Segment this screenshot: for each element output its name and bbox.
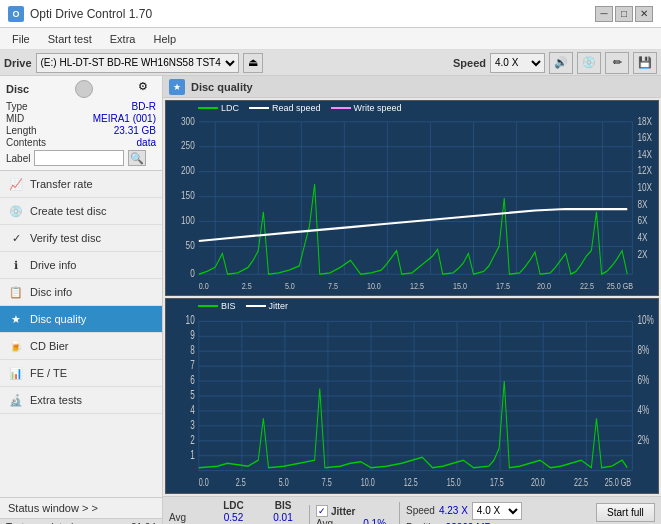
svg-text:2: 2 [190,433,195,446]
bis-legend-jitter: Jitter [246,301,289,311]
sidebar-item-disc-info[interactable]: 📋 Disc info [0,279,162,306]
type-value: BD-R [132,101,156,112]
svg-text:4: 4 [190,403,195,416]
app-title: Opti Drive Control 1.70 [30,7,152,21]
svg-text:10: 10 [186,314,195,327]
maximize-button[interactable]: □ [615,6,633,22]
disc-type-row: Type BD-R [6,101,156,112]
speed-row: Speed 4.23 X 4.0 X [406,502,522,520]
drive-select[interactable]: (E:) HL-DT-ST BD-RE WH16NS58 TST4 [36,53,239,73]
title-bar-left: O Opti Drive Control 1.70 [8,6,152,22]
write-btn[interactable]: ✏ [605,52,629,74]
ldc-legend-ldc: LDC [198,103,239,113]
dq-title: Disc quality [191,81,253,93]
disc-btn[interactable]: 💿 [577,52,601,74]
svg-text:16X: 16X [638,131,653,144]
jitter-checkbox[interactable]: ✓ [316,505,328,517]
sidebar-item-create-test-disc[interactable]: 💿 Create test disc [0,198,162,225]
drive-toolbar: Drive (E:) HL-DT-ST BD-RE WH16NS58 TST4 … [0,50,661,76]
svg-text:12.5: 12.5 [410,280,424,291]
svg-text:12.5: 12.5 [404,476,418,488]
sidebar-item-disc-quality[interactable]: ★ Disc quality [0,306,162,333]
menu-file[interactable]: File [4,31,38,47]
avg-ldc: 0.52 [206,512,261,523]
stats-avg-row: Avg 0.52 0.01 [169,512,303,523]
label-search-btn[interactable]: 🔍 [128,150,146,166]
menu-help[interactable]: Help [145,31,184,47]
sidebar: Disc ⚙ Type BD-R MID MEIRA1 (001) Length… [0,76,163,524]
fe-te-label: FE / TE [30,367,67,379]
svg-text:7: 7 [190,359,195,372]
svg-text:22.5: 22.5 [580,280,594,291]
svg-text:22.5: 22.5 [574,476,588,488]
eject-button[interactable]: ⏏ [243,53,263,73]
readspeed-label: Read speed [272,103,321,113]
svg-text:7.5: 7.5 [328,280,338,291]
create-test-disc-icon: 💿 [8,203,24,219]
svg-rect-0 [166,101,658,295]
menu-extra[interactable]: Extra [102,31,144,47]
save-btn[interactable]: 💾 [633,52,657,74]
jitter-label: Jitter [269,301,289,311]
bis-label: BIS [221,301,236,311]
svg-text:10.0: 10.0 [367,280,381,291]
label-input[interactable] [34,150,124,166]
speed-dropdown[interactable]: 4.0 X [472,502,522,520]
svg-text:10X: 10X [638,181,653,194]
svg-text:200: 200 [181,164,195,177]
dq-header-icon: ★ [169,79,185,95]
svg-text:2.5: 2.5 [236,476,246,488]
extra-tests-icon: 🔬 [8,392,24,408]
bis-color [198,305,218,307]
svg-text:6X: 6X [638,214,648,227]
fe-te-icon: 📊 [8,365,24,381]
sidebar-item-cd-bier[interactable]: 🍺 CD Bier [0,333,162,360]
menu-start-test[interactable]: Start test [40,31,100,47]
sidebar-item-extra-tests[interactable]: 🔬 Extra tests [0,387,162,414]
start-full-button[interactable]: Start full [596,503,655,522]
disc-info-icon: 📋 [8,284,24,300]
svg-text:5.0: 5.0 [279,476,289,488]
disc-panel: Disc ⚙ Type BD-R MID MEIRA1 (001) Length… [0,76,162,171]
writespeed-label: Write speed [354,103,402,113]
jitter-avg: -0.1% [353,518,393,524]
mid-label: MID [6,113,24,124]
minimize-button[interactable]: ─ [595,6,613,22]
svg-text:18X: 18X [638,114,653,127]
writespeed-color [331,107,351,109]
svg-text:14X: 14X [638,148,653,161]
ldc-legend: LDC Read speed Write speed [198,103,401,113]
bis-legend: BIS Jitter [198,301,288,311]
sidebar-item-drive-info[interactable]: ℹ Drive info [0,252,162,279]
jitter-avg-label: Avg [316,518,351,524]
toolbar-right: Speed 4.0 X 🔊 💿 ✏ 💾 [453,52,657,74]
disc-quality-icon: ★ [8,311,24,327]
speed-select[interactable]: 4.0 X [490,53,545,73]
bis-legend-bis: BIS [198,301,236,311]
ldc-svg: 300 250 200 150 100 50 0 18X 16X 14X 12X… [166,101,658,295]
main-area: Disc ⚙ Type BD-R MID MEIRA1 (001) Length… [0,76,661,524]
ldc-label: LDC [221,103,239,113]
speed-label: Speed [453,57,486,69]
sidebar-item-verify-test-disc[interactable]: ✓ Verify test disc [0,225,162,252]
sidebar-footer: Status window > > [0,497,162,518]
bis-svg: 10 9 8 7 6 5 4 3 2 1 10% 8% 6% 4% 2% [166,299,658,493]
stats-header-row: LDC BIS [169,500,303,511]
svg-text:250: 250 [181,139,195,152]
svg-text:25.0 GB: 25.0 GB [607,280,634,291]
status-window-btn[interactable]: Status window > > [0,497,162,518]
disc-quality-header: ★ Disc quality [163,76,661,98]
svg-text:6%: 6% [638,374,650,387]
transfer-rate-icon: 📈 [8,176,24,192]
sidebar-item-fe-te[interactable]: 📊 FE / TE [0,360,162,387]
stats-area: LDC BIS Avg 0.52 0.01 Max 234 5 Total [163,496,661,524]
close-button[interactable]: ✕ [635,6,653,22]
svg-text:0.0: 0.0 [199,476,209,488]
svg-text:10.0: 10.0 [361,476,375,488]
svg-text:2.5: 2.5 [242,280,252,291]
speed-btn[interactable]: 🔊 [549,52,573,74]
disc-settings-icon[interactable]: ⚙ [138,80,156,98]
svg-text:50: 50 [186,239,196,252]
sidebar-item-transfer-rate[interactable]: 📈 Transfer rate [0,171,162,198]
disc-header: Disc ⚙ [6,80,156,98]
